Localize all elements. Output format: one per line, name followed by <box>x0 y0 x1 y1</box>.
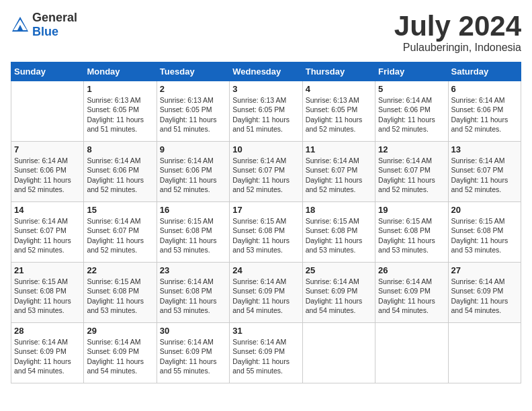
calendar-cell: 2Sunrise: 6:13 AMSunset: 6:05 PMDaylight… <box>157 81 229 142</box>
calendar-cell: 15Sunrise: 6:14 AMSunset: 6:07 PMDayligh… <box>84 202 157 263</box>
day-number: 1 <box>87 84 153 94</box>
week-row-4: 21Sunrise: 6:15 AMSunset: 6:08 PMDayligh… <box>11 263 521 323</box>
day-number: 10 <box>232 144 299 154</box>
calendar-cell: 13Sunrise: 6:14 AMSunset: 6:07 PMDayligh… <box>448 142 521 202</box>
header-day-monday: Monday <box>84 62 157 81</box>
day-info: Sunrise: 6:15 AMSunset: 6:08 PMDaylight:… <box>306 216 372 255</box>
day-info: Sunrise: 6:15 AMSunset: 6:08 PMDaylight:… <box>451 216 518 255</box>
day-info: Sunrise: 6:13 AMSunset: 6:05 PMDaylight:… <box>160 95 226 134</box>
week-row-2: 7Sunrise: 6:14 AMSunset: 6:06 PMDaylight… <box>11 142 521 202</box>
day-number: 18 <box>306 205 372 215</box>
day-info: Sunrise: 6:14 AMSunset: 6:09 PMDaylight:… <box>160 337 226 375</box>
calendar-cell: 20Sunrise: 6:15 AMSunset: 6:08 PMDayligh… <box>448 202 521 263</box>
calendar-cell <box>375 323 448 383</box>
calendar-cell: 22Sunrise: 6:15 AMSunset: 6:08 PMDayligh… <box>84 263 157 323</box>
calendar-cell: 30Sunrise: 6:14 AMSunset: 6:09 PMDayligh… <box>157 323 229 383</box>
day-info: Sunrise: 6:14 AMSunset: 6:07 PMDaylight:… <box>451 156 518 194</box>
day-number: 23 <box>160 265 226 275</box>
calendar-cell: 14Sunrise: 6:14 AMSunset: 6:07 PMDayligh… <box>11 202 84 263</box>
day-info: Sunrise: 6:14 AMSunset: 6:09 PMDaylight:… <box>451 277 518 315</box>
day-info: Sunrise: 6:14 AMSunset: 6:07 PMDaylight:… <box>14 216 81 255</box>
calendar-cell: 8Sunrise: 6:14 AMSunset: 6:06 PMDaylight… <box>84 142 157 202</box>
main-title: July 2024 <box>394 11 521 42</box>
day-info: Sunrise: 6:15 AMSunset: 6:08 PMDaylight:… <box>232 216 299 255</box>
calendar-cell: 27Sunrise: 6:14 AMSunset: 6:09 PMDayligh… <box>448 263 521 323</box>
calendar-cell: 29Sunrise: 6:14 AMSunset: 6:09 PMDayligh… <box>84 323 157 383</box>
calendar-cell: 23Sunrise: 6:14 AMSunset: 6:08 PMDayligh… <box>157 263 229 323</box>
week-row-5: 28Sunrise: 6:14 AMSunset: 6:09 PMDayligh… <box>11 323 521 383</box>
day-info: Sunrise: 6:14 AMSunset: 6:06 PMDaylight:… <box>160 156 226 194</box>
day-number: 28 <box>14 326 81 336</box>
day-info: Sunrise: 6:14 AMSunset: 6:09 PMDaylight:… <box>14 337 81 375</box>
header-day-wednesday: Wednesday <box>230 62 302 81</box>
day-number: 26 <box>378 265 445 275</box>
logo-icon <box>11 15 30 34</box>
day-info: Sunrise: 6:14 AMSunset: 6:07 PMDaylight:… <box>87 216 153 255</box>
calendar-cell: 9Sunrise: 6:14 AMSunset: 6:06 PMDaylight… <box>157 142 229 202</box>
day-info: Sunrise: 6:14 AMSunset: 6:06 PMDaylight:… <box>87 156 153 194</box>
calendar-body: 1Sunrise: 6:13 AMSunset: 6:05 PMDaylight… <box>11 81 521 383</box>
title-area: July 2024 Pulauberingin, Indonesia <box>394 11 521 54</box>
day-number: 13 <box>451 144 518 154</box>
calendar-cell: 17Sunrise: 6:15 AMSunset: 6:08 PMDayligh… <box>230 202 302 263</box>
day-info: Sunrise: 6:15 AMSunset: 6:08 PMDaylight:… <box>14 277 81 315</box>
day-info: Sunrise: 6:14 AMSunset: 6:06 PMDaylight:… <box>378 95 445 134</box>
day-number: 8 <box>87 144 153 154</box>
header-row: SundayMondayTuesdayWednesdayThursdayFrid… <box>11 62 521 81</box>
calendar-cell: 24Sunrise: 6:14 AMSunset: 6:09 PMDayligh… <box>230 263 302 323</box>
day-info: Sunrise: 6:14 AMSunset: 6:09 PMDaylight:… <box>306 277 372 315</box>
day-info: Sunrise: 6:15 AMSunset: 6:08 PMDaylight:… <box>160 216 226 255</box>
day-info: Sunrise: 6:14 AMSunset: 6:06 PMDaylight:… <box>14 156 81 194</box>
day-number: 5 <box>378 84 445 94</box>
logo-general: General <box>32 11 77 24</box>
calendar-table: SundayMondayTuesdayWednesdayThursdayFrid… <box>11 62 521 383</box>
calendar-cell: 5Sunrise: 6:14 AMSunset: 6:06 PMDaylight… <box>375 81 448 142</box>
day-info: Sunrise: 6:14 AMSunset: 6:09 PMDaylight:… <box>378 277 445 315</box>
day-number: 22 <box>87 265 153 275</box>
calendar-cell: 3Sunrise: 6:13 AMSunset: 6:05 PMDaylight… <box>230 81 302 142</box>
calendar-cell: 25Sunrise: 6:14 AMSunset: 6:09 PMDayligh… <box>302 263 375 323</box>
calendar-cell: 28Sunrise: 6:14 AMSunset: 6:09 PMDayligh… <box>11 323 84 383</box>
calendar-cell: 21Sunrise: 6:15 AMSunset: 6:08 PMDayligh… <box>11 263 84 323</box>
day-info: Sunrise: 6:15 AMSunset: 6:08 PMDaylight:… <box>378 216 445 255</box>
day-info: Sunrise: 6:14 AMSunset: 6:07 PMDaylight:… <box>232 156 299 194</box>
calendar-cell: 31Sunrise: 6:14 AMSunset: 6:09 PMDayligh… <box>230 323 302 383</box>
day-info: Sunrise: 6:14 AMSunset: 6:07 PMDaylight:… <box>378 156 445 194</box>
day-number: 6 <box>451 84 518 94</box>
day-info: Sunrise: 6:14 AMSunset: 6:08 PMDaylight:… <box>160 277 226 315</box>
subtitle: Pulauberingin, Indonesia <box>394 42 521 54</box>
day-number: 19 <box>378 205 445 215</box>
day-number: 24 <box>232 265 299 275</box>
day-number: 25 <box>306 265 372 275</box>
day-info: Sunrise: 6:14 AMSunset: 6:09 PMDaylight:… <box>232 337 299 375</box>
calendar-cell: 7Sunrise: 6:14 AMSunset: 6:06 PMDaylight… <box>11 142 84 202</box>
day-number: 15 <box>87 205 153 215</box>
day-number: 20 <box>451 205 518 215</box>
calendar-cell <box>11 81 84 142</box>
calendar-cell: 6Sunrise: 6:14 AMSunset: 6:06 PMDaylight… <box>448 81 521 142</box>
day-number: 12 <box>378 144 445 154</box>
header-day-friday: Friday <box>375 62 448 81</box>
day-number: 2 <box>160 84 226 94</box>
week-row-3: 14Sunrise: 6:14 AMSunset: 6:07 PMDayligh… <box>11 202 521 263</box>
day-number: 9 <box>160 144 226 154</box>
day-number: 16 <box>160 205 226 215</box>
calendar-cell <box>302 323 375 383</box>
day-number: 30 <box>160 326 226 336</box>
day-number: 14 <box>14 205 81 215</box>
day-number: 4 <box>306 84 372 94</box>
header-day-thursday: Thursday <box>302 62 375 81</box>
day-number: 31 <box>232 326 299 336</box>
calendar-cell: 16Sunrise: 6:15 AMSunset: 6:08 PMDayligh… <box>157 202 229 263</box>
calendar-cell: 12Sunrise: 6:14 AMSunset: 6:07 PMDayligh… <box>375 142 448 202</box>
calendar-cell: 10Sunrise: 6:14 AMSunset: 6:07 PMDayligh… <box>230 142 302 202</box>
day-number: 11 <box>306 144 372 154</box>
calendar-cell: 26Sunrise: 6:14 AMSunset: 6:09 PMDayligh… <box>375 263 448 323</box>
calendar-cell: 4Sunrise: 6:13 AMSunset: 6:05 PMDaylight… <box>302 81 375 142</box>
header-day-saturday: Saturday <box>448 62 521 81</box>
header: General Blue July 2024 Pulauberingin, In… <box>11 11 521 54</box>
day-number: 29 <box>87 326 153 336</box>
day-info: Sunrise: 6:14 AMSunset: 6:09 PMDaylight:… <box>87 337 153 375</box>
day-info: Sunrise: 6:13 AMSunset: 6:05 PMDaylight:… <box>87 95 153 134</box>
day-info: Sunrise: 6:14 AMSunset: 6:06 PMDaylight:… <box>451 95 518 134</box>
